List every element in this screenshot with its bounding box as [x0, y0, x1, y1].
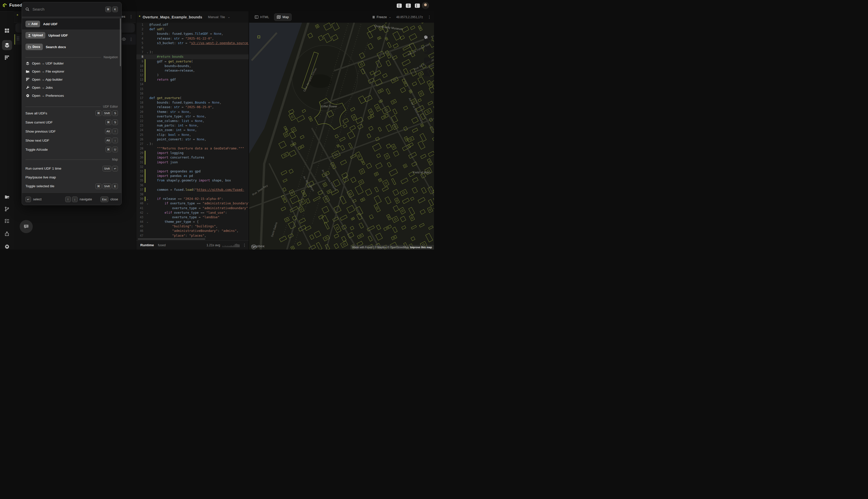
- sidebar-item-dashboard[interactable]: [2, 25, 12, 36]
- code-line[interactable]: 23 num_parts: int = None,: [136, 123, 249, 128]
- sidebar-item-file-explorer[interactable]: [2, 192, 12, 202]
- sidebar-item-git[interactable]: [2, 204, 12, 214]
- palette-item-play-pause-live-map[interactable]: Play/pause live map: [22, 173, 121, 182]
- sidebar-item-udf-builder[interactable]: [2, 40, 12, 50]
- palette-item-show-previous-udf[interactable]: Show previous UDF Alt↑: [22, 127, 121, 136]
- code-line[interactable]: 38: [136, 192, 249, 197]
- map-layers-button[interactable]: [424, 46, 432, 54]
- code-line[interactable]: 29 import logging: [136, 151, 249, 155]
- code-line[interactable]: 3 bounds: fused.types.TileGDF = None,: [136, 32, 249, 36]
- map-canvas[interactable]: Quai Branly MuseumRue de l'UniversitéRue…: [249, 23, 434, 250]
- palette-item-open-file-explorer[interactable]: Open → File explorer: [22, 67, 121, 75]
- code-line[interactable]: 7⌄):: [136, 50, 249, 54]
- sidebar-item-settings[interactable]: [2, 241, 12, 250]
- code-line[interactable]: 14: [136, 82, 249, 86]
- code-line[interactable]: 13 return gdf: [136, 77, 249, 82]
- run-mode-dropdown[interactable]: Manual: Tile: [208, 15, 225, 19]
- improve-map-link[interactable]: Improve this map: [410, 246, 432, 249]
- map-expand-button[interactable]: [424, 58, 432, 65]
- code-line[interactable]: 12 ): [136, 73, 249, 77]
- palette-item-open-jobs[interactable]: Open → Jobs: [22, 83, 121, 92]
- code-line[interactable]: 9 gdf = get_overture(: [136, 59, 249, 64]
- chat-fab[interactable]: [20, 220, 33, 233]
- code-line[interactable]: 28 """Returns Overture data as a GeoData…: [136, 146, 249, 151]
- palette-search[interactable]: Search ⌘K: [22, 2, 121, 16]
- palette-item-run-current-udf[interactable]: Run current UDF 1 time Shift↵: [22, 164, 121, 173]
- code-line[interactable]: 43 overture_type = "landUse": [136, 215, 249, 219]
- code-line[interactable]: 20 theme: str = None,: [136, 110, 249, 114]
- code-line[interactable]: 30 import concurrent.futures: [136, 155, 249, 160]
- toggle-middle-panel-icon[interactable]: [406, 3, 411, 8]
- palette-item-upload-udf[interactable]: Upload Upload UDF: [22, 29, 121, 41]
- tab-map[interactable]: Map: [274, 13, 292, 21]
- map-style-button[interactable]: [424, 69, 432, 76]
- kebab-menu-icon[interactable]: ⋮: [243, 243, 246, 248]
- code-line[interactable]: 17def get_overture(: [136, 96, 249, 100]
- palette-item-save-current-udf[interactable]: Save current UDF ⌘S: [22, 118, 121, 127]
- code-line[interactable]: 21 overture_type: str = None,: [136, 114, 249, 119]
- sidebar-item-app-builder[interactable]: [2, 52, 12, 62]
- code-line[interactable]: 16: [136, 91, 249, 96]
- code-line[interactable]: 36: [136, 183, 249, 187]
- palette-item-show-next-udf[interactable]: Show next UDF Alt↓: [22, 136, 121, 145]
- avatar[interactable]: [422, 2, 429, 9]
- code-line[interactable]: 47 "place": "places",: [136, 233, 249, 238]
- code-line[interactable]: 6: [136, 45, 249, 50]
- kebab-menu-icon[interactable]: ⋮: [427, 15, 431, 20]
- palette-scrollbar[interactable]: [120, 19, 121, 66]
- code-line[interactable]: 18 bounds: fused.types.Bounds = None,: [136, 100, 249, 105]
- code-line[interactable]: 4 release: str = "2025-01-22-0",: [136, 36, 249, 41]
- code-line[interactable]: 33 import geopandas as gpd: [136, 169, 249, 174]
- code-line[interactable]: 1@fused.udf: [136, 22, 249, 27]
- editor-horizontal-scrollbar[interactable]: [138, 239, 205, 240]
- code-line[interactable]: 10 bounds=bounds,: [136, 64, 249, 68]
- code-line[interactable]: 45 "building": "buildings",: [136, 224, 249, 229]
- brand[interactable]: Fused: [2, 3, 22, 8]
- chevron-down-icon[interactable]: ⌄: [228, 15, 230, 19]
- tab-html[interactable]: HTML: [252, 13, 272, 21]
- code-line[interactable]: 44⌄ theme_per_type = {: [136, 219, 249, 224]
- kebab-menu-icon[interactable]: ⋮: [129, 14, 133, 19]
- palette-item-open-preferences[interactable]: Open → Preferences: [22, 92, 121, 99]
- visibility-eye-icon[interactable]: [122, 37, 126, 42]
- palette-item-add-udf[interactable]: + Add Add UDF: [22, 19, 121, 29]
- code-line[interactable]: 15: [136, 87, 249, 91]
- palette-item-toggle-selected-tile[interactable]: Toggle selected tile ⌘ShiftE: [22, 182, 121, 191]
- code-line[interactable]: 39⌄ if release == "2024-02-15-alpha-0":: [136, 197, 249, 201]
- code-line[interactable]: 8 #return bounds: [136, 54, 249, 59]
- code-line[interactable]: 35 from shapely.geometry import shape, b…: [136, 178, 249, 183]
- code-editor[interactable]: 1@fused.udf2def udf(3 bounds: fused.type…: [136, 22, 249, 243]
- palette-item-open-udf-builder[interactable]: Open → UDF builder: [22, 59, 121, 67]
- toggle-left-panel-icon[interactable]: [397, 3, 402, 8]
- freeze-control[interactable]: Freeze ⌄: [373, 15, 391, 19]
- mapbox-logo[interactable]: mapbox: [251, 244, 265, 248]
- code-line[interactable]: 22 use_columns: list = None,: [136, 119, 249, 123]
- code-line[interactable]: 42⌄ elif overture_type == "land_use":: [136, 210, 249, 215]
- sidebar-item-share[interactable]: [2, 229, 12, 239]
- code-line[interactable]: 46 "administrativeBoundary": "admins",: [136, 229, 249, 233]
- code-line[interactable]: 32: [136, 165, 249, 169]
- udf-title[interactable]: Overture_Maps_Example_bounds: [142, 15, 202, 19]
- code-line[interactable]: 19 release: str = "2025-06-25-0",: [136, 105, 249, 109]
- code-line[interactable]: 5 s3_bucket: str = "s3://us-west-2.opend…: [136, 41, 249, 45]
- code-line[interactable]: 31 import json: [136, 160, 249, 165]
- code-line[interactable]: 34 import pandas as pd: [136, 174, 249, 178]
- map-coordinates[interactable]: 48.8573,2.2951,17z: [396, 15, 423, 19]
- code-line[interactable]: 27⌄):: [136, 142, 249, 146]
- palette-item-search-docs[interactable]: Docs Search docs: [22, 41, 121, 53]
- code-line[interactable]: 24 min_zoom: int = None,: [136, 128, 249, 132]
- palette-item-save-all-udfs[interactable]: Save all UDFs ⌘ShiftS: [22, 109, 121, 118]
- drag-handle-icon[interactable]: [17, 37, 19, 42]
- code-line[interactable]: 26 point_convert: str = None,: [136, 137, 249, 142]
- search-input[interactable]: Search: [33, 7, 102, 11]
- code-line[interactable]: 25 clip: bool = None,: [136, 133, 249, 137]
- toggle-right-panel-icon[interactable]: [415, 3, 420, 8]
- code-line[interactable]: 41 overture_type = "administrativeBounda…: [136, 206, 249, 210]
- palette-item-toggle-ai-code[interactable]: Toggle AI/code ⌘U: [22, 145, 121, 154]
- code-line[interactable]: 37 common = fused.load("https://github.c…: [136, 187, 249, 192]
- code-line[interactable]: 2def udf(: [136, 27, 249, 32]
- code-line[interactable]: 40⌄ if overture_type == "administrative_…: [136, 201, 249, 206]
- kebab-menu-icon[interactable]: ⋮: [129, 37, 133, 42]
- palette-item-open-app-builder[interactable]: Open → App builder: [22, 75, 121, 83]
- sidebar-item-jobs[interactable]: [2, 216, 12, 226]
